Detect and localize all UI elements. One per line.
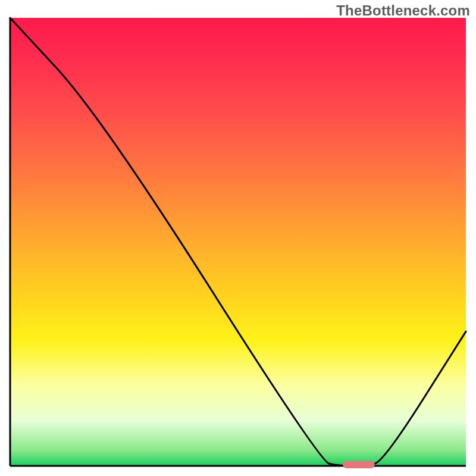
chart-container: TheBottleneck.com	[0, 0, 476, 476]
watermark-text: TheBottleneck.com	[336, 2, 470, 19]
optimal-marker	[343, 461, 375, 468]
bottleneck-chart	[0, 0, 476, 476]
gradient-background	[10, 18, 466, 466]
